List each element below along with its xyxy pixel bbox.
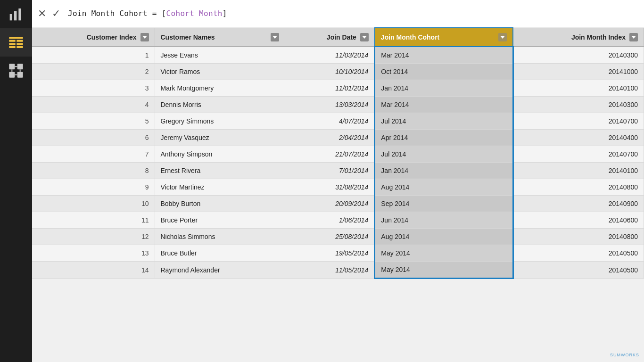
col-header-join-month-index-label: Join Month Index bbox=[571, 33, 626, 41]
cell-name: Bruce Porter bbox=[155, 212, 285, 229]
table-row: 1Jesse Evans11/03/2014Mar 201420140300 bbox=[32, 47, 644, 64]
cell-cohort-index: 20140700 bbox=[513, 146, 644, 163]
formula-confirm-button[interactable]: ✓ bbox=[52, 8, 60, 19]
cell-cohort: Jan 2014 bbox=[375, 80, 513, 97]
cell-join-date: 31/08/2014 bbox=[285, 179, 374, 196]
col-header-customer-index: Customer Index bbox=[32, 28, 155, 47]
cell-cohort-index: 20140900 bbox=[513, 196, 644, 212]
cell-cohort: Aug 2014 bbox=[375, 229, 513, 245]
cell-name: Dennis Morris bbox=[155, 97, 285, 113]
col-header-customer-names-label: Customer Names bbox=[161, 33, 215, 41]
formula-plain-text: Join Month Cohort = [ bbox=[68, 9, 166, 18]
cell-name: Raymond Alexander bbox=[155, 262, 285, 279]
sidebar bbox=[0, 0, 32, 362]
cell-join-date: 2/04/2014 bbox=[285, 130, 374, 146]
cell-index: 9 bbox=[32, 179, 155, 196]
cell-cohort: Jun 2014 bbox=[375, 212, 513, 229]
cell-cohort-index: 20140600 bbox=[513, 212, 644, 229]
col-filter-join-date[interactable] bbox=[360, 33, 369, 41]
cell-name: Jesse Evans bbox=[155, 47, 285, 64]
col-header-customer-names: Customer Names bbox=[155, 28, 285, 47]
cell-cohort: May 2014 bbox=[375, 245, 513, 262]
cell-index: 6 bbox=[32, 130, 155, 146]
svg-rect-4 bbox=[9, 40, 15, 42]
cell-cohort: Jul 2014 bbox=[375, 113, 513, 130]
cell-name: Mark Montgomery bbox=[155, 80, 285, 97]
cell-name: Victor Martinez bbox=[155, 179, 285, 196]
table-row: 4Dennis Morris13/03/2014Mar 201420140300 bbox=[32, 97, 644, 113]
col-filter-customer-names[interactable] bbox=[271, 33, 279, 41]
col-filter-customer-index[interactable] bbox=[140, 33, 149, 41]
table-icon[interactable] bbox=[0, 28, 32, 57]
cell-cohort: Apr 2014 bbox=[375, 130, 513, 146]
cell-join-date: 20/09/2014 bbox=[285, 196, 374, 212]
col-header-join-date-label: Join Date bbox=[327, 33, 356, 41]
data-table: Customer Index Customer Names bbox=[32, 27, 644, 279]
cell-join-date: 11/05/2014 bbox=[285, 262, 374, 279]
formula-bar: ✕ ✓ Join Month Cohort = [Cohort Month] bbox=[32, 0, 644, 27]
svg-rect-1 bbox=[14, 11, 17, 20]
table-row: 7Anthony Simpson21/07/2014Jul 2014201407… bbox=[32, 146, 644, 163]
cell-cohort: Jan 2014 bbox=[375, 163, 513, 179]
formula-close-text: ] bbox=[223, 9, 227, 18]
cell-cohort-index: 20140300 bbox=[513, 47, 644, 64]
cell-cohort: May 2014 bbox=[375, 262, 513, 279]
cell-join-date: 7/01/2014 bbox=[285, 163, 374, 179]
svg-marker-19 bbox=[272, 36, 277, 39]
cell-index: 13 bbox=[32, 245, 155, 262]
cell-cohort: Sep 2014 bbox=[375, 196, 513, 212]
cell-index: 5 bbox=[32, 113, 155, 130]
svg-rect-9 bbox=[17, 46, 23, 48]
cell-join-date: 21/07/2014 bbox=[285, 146, 374, 163]
cell-join-date: 19/05/2014 bbox=[285, 245, 374, 262]
table-row: 12Nicholas Simmons25/08/2014Aug 20142014… bbox=[32, 229, 644, 245]
table-row: 14Raymond Alexander11/05/2014May 2014201… bbox=[32, 262, 644, 279]
cell-cohort-index: 20140100 bbox=[513, 80, 644, 97]
cell-index: 1 bbox=[32, 47, 155, 64]
table-body: 1Jesse Evans11/03/2014Mar 2014201403002V… bbox=[32, 47, 644, 279]
cell-cohort-index: 20140800 bbox=[513, 229, 644, 245]
col-filter-join-month-index[interactable] bbox=[629, 33, 638, 41]
cell-index: 7 bbox=[32, 146, 155, 163]
cell-index: 2 bbox=[32, 64, 155, 80]
formula-bar-buttons: ✕ ✓ bbox=[38, 8, 60, 19]
svg-rect-11 bbox=[17, 64, 23, 69]
cell-cohort: Aug 2014 bbox=[375, 179, 513, 196]
table-header-row: Customer Index Customer Names bbox=[32, 28, 644, 47]
formula-cancel-button[interactable]: ✕ bbox=[38, 8, 46, 19]
cell-index: 8 bbox=[32, 163, 155, 179]
cell-name: Jeremy Vasquez bbox=[155, 130, 285, 146]
svg-rect-5 bbox=[17, 40, 23, 42]
table-row: 5Gregory Simmons4/07/2014Jul 20142014070… bbox=[32, 113, 644, 130]
cell-join-date: 25/08/2014 bbox=[285, 229, 374, 245]
svg-rect-13 bbox=[17, 72, 23, 78]
cell-index: 3 bbox=[32, 80, 155, 97]
svg-rect-0 bbox=[10, 14, 12, 20]
col-header-join-month-cohort-label: Join Month Cohort bbox=[381, 33, 439, 41]
svg-rect-12 bbox=[9, 72, 15, 78]
cell-name: Ernest Rivera bbox=[155, 163, 285, 179]
cell-cohort: Oct 2014 bbox=[375, 64, 513, 80]
svg-rect-6 bbox=[9, 43, 15, 45]
cell-cohort: Mar 2014 bbox=[375, 47, 513, 64]
bar-chart-icon[interactable] bbox=[0, 0, 32, 28]
table-row: 8Ernest Rivera7/01/2014Jan 201420140100 bbox=[32, 163, 644, 179]
col-header-join-month-cohort: Join Month Cohort bbox=[375, 28, 513, 47]
cell-join-date: 1/06/2014 bbox=[285, 212, 374, 229]
table-row: 11Bruce Porter1/06/2014Jun 201420140600 bbox=[32, 212, 644, 229]
table-row: 9Victor Martinez31/08/2014Aug 2014201408… bbox=[32, 179, 644, 196]
cell-index: 4 bbox=[32, 97, 155, 113]
cell-join-date: 10/10/2014 bbox=[285, 64, 374, 80]
relationship-icon[interactable] bbox=[0, 57, 32, 85]
svg-marker-20 bbox=[362, 36, 367, 39]
watermark: SUMWORKS bbox=[610, 353, 639, 357]
col-filter-join-month-cohort[interactable] bbox=[498, 33, 507, 41]
svg-rect-7 bbox=[17, 43, 23, 45]
cell-name: Anthony Simpson bbox=[155, 146, 285, 163]
svg-marker-18 bbox=[142, 36, 147, 39]
cell-cohort: Mar 2014 bbox=[375, 97, 513, 113]
svg-rect-10 bbox=[9, 64, 15, 69]
svg-rect-2 bbox=[18, 8, 21, 20]
cell-index: 12 bbox=[32, 229, 155, 245]
cell-cohort-index: 20140800 bbox=[513, 179, 644, 196]
